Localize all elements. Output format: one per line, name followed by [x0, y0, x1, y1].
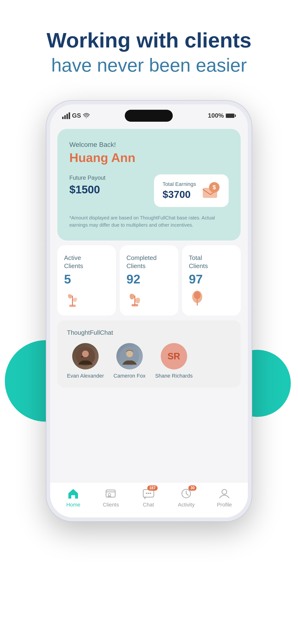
signal-icon — [62, 112, 70, 119]
nav-activity[interactable]: 30 Activity — [178, 487, 195, 508]
page-wrapper: Working with clients have never been eas… — [0, 0, 298, 644]
future-payout-section: Future Payout $1500 — [69, 174, 149, 196]
chat-badge: 187 — [147, 486, 158, 491]
svg-point-19 — [146, 492, 147, 494]
nav-label-clients: Clients — [103, 502, 119, 508]
future-payout-label: Future Payout — [69, 174, 149, 181]
clients-icon — [104, 487, 118, 500]
svg-point-21 — [150, 492, 151, 494]
total-earnings-info: Total Earnings $3700 — [163, 181, 196, 200]
avatar-evan — [72, 343, 99, 370]
future-payout-amount: $1500 — [69, 183, 149, 196]
welcome-card: Welcome Back! Huang Ann Future Payout $1… — [57, 129, 241, 240]
svg-rect-5 — [69, 305, 76, 307]
stat-card-total: TotalClients 97 — [182, 245, 241, 316]
svg-text:$: $ — [213, 184, 216, 190]
avatar-shane: SR — [161, 343, 187, 370]
stat-card-active: ActiveClients 5 — [57, 245, 116, 316]
battery-icon — [226, 114, 236, 118]
notch-pill — [125, 110, 173, 122]
svg-point-15 — [126, 350, 133, 357]
hero-subtitle: have never been easier — [47, 54, 251, 76]
hero-title: Working with clients — [47, 29, 251, 52]
nav-clients[interactable]: Clients — [103, 487, 119, 508]
stat-number-total: 97 — [189, 272, 203, 286]
stat-number-completed: 92 — [126, 272, 140, 286]
phone-wrapper: GS 100% — [46, 100, 252, 522]
contact-name-shane: Shane Richards — [155, 373, 193, 379]
phone-frame: GS 100% — [46, 100, 252, 522]
contact-cameron[interactable]: Cameron Fox — [113, 343, 145, 379]
activity-badge: 30 — [188, 486, 197, 491]
avatar-photo-cameron — [116, 343, 143, 370]
earnings-row: Future Payout $1500 Total Earnings $3700 — [69, 174, 229, 207]
nav-chat[interactable]: 187 Chat — [141, 487, 156, 508]
nav-label-profile: Profile — [217, 502, 232, 508]
screen-content[interactable]: Welcome Back! Huang Ann Future Payout $1… — [50, 124, 248, 482]
svg-point-17 — [108, 494, 111, 496]
contact-name-evan: Evan Alexander — [67, 373, 104, 379]
total-earnings-amount: $3700 — [163, 189, 196, 200]
bottom-nav: Home Clients — [50, 482, 248, 518]
total-earnings-label: Total Earnings — [163, 181, 196, 187]
stat-label-total: TotalClients — [189, 254, 208, 270]
profile-icon — [217, 487, 232, 500]
activity-icon: 30 — [179, 487, 193, 500]
contact-shane[interactable]: SR Shane Richards — [155, 343, 193, 379]
seedling-icon — [64, 290, 81, 307]
nav-label-home: Home — [66, 502, 80, 508]
svg-rect-16 — [106, 490, 115, 497]
carrier-text: GS — [72, 112, 81, 119]
status-left: GS — [62, 112, 90, 119]
stats-grid: ActiveClients 5 — [57, 245, 241, 316]
svg-point-23 — [222, 490, 227, 494]
hero-section: Working with clients have never been eas… — [27, 0, 271, 90]
svg-point-12 — [82, 350, 89, 357]
stat-label-completed: CompletedClients — [126, 254, 157, 270]
phone-screen: GS 100% — [50, 104, 248, 518]
earnings-icon: $ — [201, 181, 220, 200]
avatar-photo-evan — [72, 343, 99, 370]
home-icon — [66, 487, 80, 500]
total-earnings-card: Total Earnings $3700 — [154, 174, 229, 207]
stat-number-active: 5 — [64, 272, 71, 286]
nav-label-activity: Activity — [178, 502, 195, 508]
welcome-name: Huang Ann — [69, 150, 229, 165]
battery-percent: 100% — [208, 112, 224, 119]
tfc-contacts: Evan Alexander — [67, 343, 231, 379]
nav-home[interactable]: Home — [66, 487, 80, 508]
svg-point-10 — [194, 291, 201, 299]
status-bar: GS 100% — [50, 104, 248, 124]
contact-evan[interactable]: Evan Alexander — [67, 343, 104, 379]
tfc-label: ThoughtFullChat — [67, 329, 231, 336]
svg-rect-7 — [131, 304, 138, 306]
avatar-initials-shane: SR — [161, 343, 187, 370]
plant-icon — [126, 290, 143, 307]
stat-label-active: ActiveClients — [64, 254, 83, 270]
tfc-section: ThoughtFullChat — [57, 320, 241, 388]
contact-name-cameron: Cameron Fox — [113, 373, 145, 379]
nav-profile[interactable]: Profile — [217, 487, 232, 508]
disclaimer-text: *Amount displayed are based on ThoughtFu… — [69, 214, 229, 228]
status-right: 100% — [208, 112, 236, 119]
stat-card-completed: CompletedClients 92 — [120, 245, 178, 316]
wifi-icon — [83, 113, 90, 118]
nav-label-chat: Chat — [143, 502, 154, 508]
tree-icon — [189, 290, 206, 307]
avatar-cameron — [116, 343, 143, 370]
svg-point-0 — [86, 118, 87, 118]
svg-rect-13 — [81, 356, 83, 357]
chat-icon: 187 — [141, 487, 156, 500]
svg-point-20 — [148, 492, 149, 494]
welcome-greeting: Welcome Back! — [69, 141, 229, 148]
